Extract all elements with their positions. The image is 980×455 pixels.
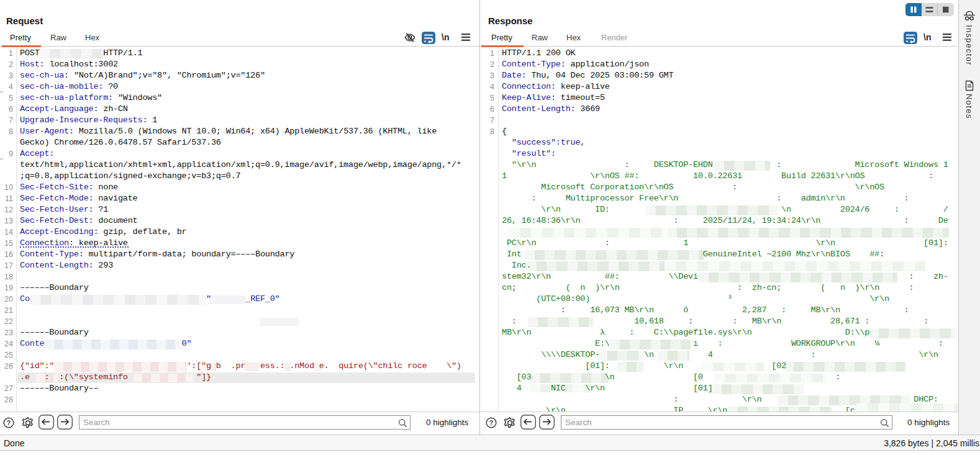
svg-text:?: ? [7, 419, 11, 426]
svg-text:?: ? [489, 419, 493, 426]
